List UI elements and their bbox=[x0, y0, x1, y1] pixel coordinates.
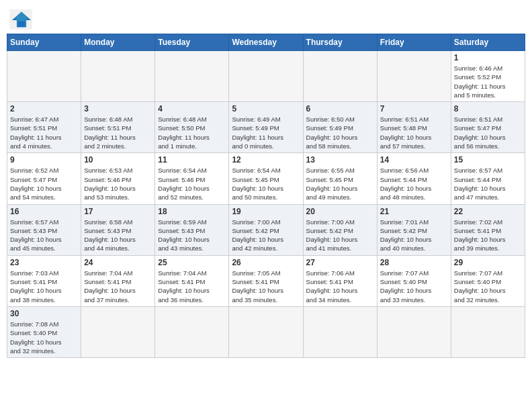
calendar-cell: 12Sunrise: 6:54 AM Sunset: 5:45 PM Dayli… bbox=[229, 153, 303, 204]
calendar-cell: 6Sunrise: 6:50 AM Sunset: 5:49 PM Daylig… bbox=[303, 102, 377, 153]
calendar-cell: 28Sunrise: 7:07 AM Sunset: 5:40 PM Dayli… bbox=[377, 255, 451, 306]
day-number: 1 bbox=[454, 53, 522, 62]
calendar-cell bbox=[451, 306, 525, 357]
calendar-cell: 23Sunrise: 7:03 AM Sunset: 5:41 PM Dayli… bbox=[7, 255, 81, 306]
day-number: 30 bbox=[10, 309, 78, 318]
calendar-cell bbox=[7, 51, 81, 102]
calendar-week-row: 30Sunrise: 7:08 AM Sunset: 5:40 PM Dayli… bbox=[7, 306, 525, 357]
calendar-cell: 5Sunrise: 6:49 AM Sunset: 5:49 PM Daylig… bbox=[229, 102, 303, 153]
day-info: Sunrise: 7:00 AM Sunset: 5:42 PM Dayligh… bbox=[306, 218, 374, 253]
day-number: 24 bbox=[84, 258, 152, 267]
day-number: 18 bbox=[158, 207, 226, 216]
day-info: Sunrise: 6:57 AM Sunset: 5:44 PM Dayligh… bbox=[454, 166, 522, 201]
day-info: Sunrise: 6:58 AM Sunset: 5:43 PM Dayligh… bbox=[84, 218, 152, 253]
weekday-header-friday: Friday bbox=[377, 34, 451, 51]
day-number: 25 bbox=[158, 258, 226, 267]
day-info: Sunrise: 6:48 AM Sunset: 5:51 PM Dayligh… bbox=[84, 115, 152, 150]
calendar-cell: 21Sunrise: 7:01 AM Sunset: 5:42 PM Dayli… bbox=[377, 204, 451, 255]
day-number: 28 bbox=[380, 258, 448, 267]
day-info: Sunrise: 6:52 AM Sunset: 5:47 PM Dayligh… bbox=[10, 166, 78, 201]
day-info: Sunrise: 6:59 AM Sunset: 5:43 PM Dayligh… bbox=[158, 218, 226, 253]
day-number: 11 bbox=[158, 155, 226, 165]
calendar-cell: 16Sunrise: 6:57 AM Sunset: 5:43 PM Dayli… bbox=[7, 204, 81, 255]
calendar-cell: 10Sunrise: 6:53 AM Sunset: 5:46 PM Dayli… bbox=[81, 153, 155, 204]
calendar-cell: 25Sunrise: 7:04 AM Sunset: 5:41 PM Dayli… bbox=[155, 255, 229, 306]
day-info: Sunrise: 7:04 AM Sunset: 5:41 PM Dayligh… bbox=[84, 269, 152, 304]
calendar-cell: 30Sunrise: 7:08 AM Sunset: 5:40 PM Dayli… bbox=[7, 306, 81, 357]
page-header bbox=[7, 7, 525, 30]
day-info: Sunrise: 6:46 AM Sunset: 5:52 PM Dayligh… bbox=[454, 64, 522, 99]
calendar-cell: 17Sunrise: 6:58 AM Sunset: 5:43 PM Dayli… bbox=[81, 204, 155, 255]
calendar-cell: 27Sunrise: 7:06 AM Sunset: 5:41 PM Dayli… bbox=[303, 255, 377, 306]
day-number: 10 bbox=[84, 155, 152, 165]
weekday-header-saturday: Saturday bbox=[451, 34, 525, 51]
day-info: Sunrise: 6:56 AM Sunset: 5:44 PM Dayligh… bbox=[380, 166, 448, 201]
calendar-cell: 19Sunrise: 7:00 AM Sunset: 5:42 PM Dayli… bbox=[229, 204, 303, 255]
calendar-cell: 15Sunrise: 6:57 AM Sunset: 5:44 PM Dayli… bbox=[451, 153, 525, 204]
day-info: Sunrise: 7:07 AM Sunset: 5:40 PM Dayligh… bbox=[454, 269, 522, 304]
calendar-cell bbox=[81, 51, 155, 102]
calendar-cell: 18Sunrise: 6:59 AM Sunset: 5:43 PM Dayli… bbox=[155, 204, 229, 255]
day-number: 19 bbox=[232, 207, 300, 216]
day-info: Sunrise: 7:04 AM Sunset: 5:41 PM Dayligh… bbox=[158, 269, 226, 304]
day-info: Sunrise: 7:08 AM Sunset: 5:40 PM Dayligh… bbox=[10, 320, 78, 355]
weekday-header-monday: Monday bbox=[81, 34, 155, 51]
calendar-week-row: 16Sunrise: 6:57 AM Sunset: 5:43 PM Dayli… bbox=[7, 204, 525, 255]
day-number: 21 bbox=[380, 207, 448, 216]
logo-icon bbox=[9, 9, 34, 30]
weekday-header-row: SundayMondayTuesdayWednesdayThursdayFrid… bbox=[7, 34, 525, 51]
day-number: 12 bbox=[232, 155, 300, 165]
day-info: Sunrise: 6:55 AM Sunset: 5:45 PM Dayligh… bbox=[306, 166, 374, 201]
calendar-cell bbox=[81, 306, 155, 357]
calendar-cell bbox=[229, 306, 303, 357]
day-info: Sunrise: 7:01 AM Sunset: 5:42 PM Dayligh… bbox=[380, 218, 448, 253]
calendar-cell: 29Sunrise: 7:07 AM Sunset: 5:40 PM Dayli… bbox=[451, 255, 525, 306]
day-info: Sunrise: 6:50 AM Sunset: 5:49 PM Dayligh… bbox=[306, 115, 374, 150]
calendar-cell: 4Sunrise: 6:48 AM Sunset: 5:50 PM Daylig… bbox=[155, 102, 229, 153]
day-number: 29 bbox=[454, 258, 522, 267]
logo bbox=[9, 9, 36, 30]
calendar-cell: 7Sunrise: 6:51 AM Sunset: 5:48 PM Daylig… bbox=[377, 102, 451, 153]
calendar-cell: 1Sunrise: 6:46 AM Sunset: 5:52 PM Daylig… bbox=[451, 51, 525, 102]
calendar-cell bbox=[303, 306, 377, 357]
weekday-header-wednesday: Wednesday bbox=[229, 34, 303, 51]
calendar-cell bbox=[155, 51, 229, 102]
day-info: Sunrise: 7:06 AM Sunset: 5:41 PM Dayligh… bbox=[306, 269, 374, 304]
calendar-cell: 9Sunrise: 6:52 AM Sunset: 5:47 PM Daylig… bbox=[7, 153, 81, 204]
weekday-header-thursday: Thursday bbox=[303, 34, 377, 51]
day-info: Sunrise: 6:47 AM Sunset: 5:51 PM Dayligh… bbox=[10, 115, 78, 150]
day-number: 5 bbox=[232, 104, 300, 113]
calendar-cell: 11Sunrise: 6:54 AM Sunset: 5:46 PM Dayli… bbox=[155, 153, 229, 204]
calendar-week-row: 9Sunrise: 6:52 AM Sunset: 5:47 PM Daylig… bbox=[7, 153, 525, 204]
day-number: 23 bbox=[10, 258, 78, 267]
calendar-week-row: 1Sunrise: 6:46 AM Sunset: 5:52 PM Daylig… bbox=[7, 51, 525, 102]
day-number: 9 bbox=[10, 155, 78, 165]
calendar-cell: 22Sunrise: 7:02 AM Sunset: 5:41 PM Dayli… bbox=[451, 204, 525, 255]
day-number: 22 bbox=[454, 207, 522, 216]
calendar-cell: 8Sunrise: 6:51 AM Sunset: 5:47 PM Daylig… bbox=[451, 102, 525, 153]
calendar-cell: 24Sunrise: 7:04 AM Sunset: 5:41 PM Dayli… bbox=[81, 255, 155, 306]
day-info: Sunrise: 6:54 AM Sunset: 5:45 PM Dayligh… bbox=[232, 166, 300, 201]
calendar-cell bbox=[155, 306, 229, 357]
day-info: Sunrise: 6:51 AM Sunset: 5:48 PM Dayligh… bbox=[380, 115, 448, 150]
day-number: 8 bbox=[454, 104, 522, 113]
day-number: 3 bbox=[84, 104, 152, 113]
day-number: 26 bbox=[232, 258, 300, 267]
weekday-header-sunday: Sunday bbox=[7, 34, 81, 51]
day-info: Sunrise: 7:02 AM Sunset: 5:41 PM Dayligh… bbox=[454, 218, 522, 253]
calendar-cell: 26Sunrise: 7:05 AM Sunset: 5:41 PM Dayli… bbox=[229, 255, 303, 306]
calendar-cell: 14Sunrise: 6:56 AM Sunset: 5:44 PM Dayli… bbox=[377, 153, 451, 204]
day-info: Sunrise: 7:00 AM Sunset: 5:42 PM Dayligh… bbox=[232, 218, 300, 253]
day-info: Sunrise: 6:54 AM Sunset: 5:46 PM Dayligh… bbox=[158, 166, 226, 201]
calendar-cell bbox=[229, 51, 303, 102]
calendar-table: SundayMondayTuesdayWednesdayThursdayFrid… bbox=[7, 34, 525, 358]
calendar-cell: 13Sunrise: 6:55 AM Sunset: 5:45 PM Dayli… bbox=[303, 153, 377, 204]
day-info: Sunrise: 7:03 AM Sunset: 5:41 PM Dayligh… bbox=[10, 269, 78, 304]
day-number: 4 bbox=[158, 104, 226, 113]
calendar-cell bbox=[303, 51, 377, 102]
day-number: 7 bbox=[380, 104, 448, 113]
calendar-cell: 3Sunrise: 6:48 AM Sunset: 5:51 PM Daylig… bbox=[81, 102, 155, 153]
day-number: 6 bbox=[306, 104, 374, 113]
day-number: 2 bbox=[10, 104, 78, 113]
day-info: Sunrise: 6:57 AM Sunset: 5:43 PM Dayligh… bbox=[10, 218, 78, 253]
